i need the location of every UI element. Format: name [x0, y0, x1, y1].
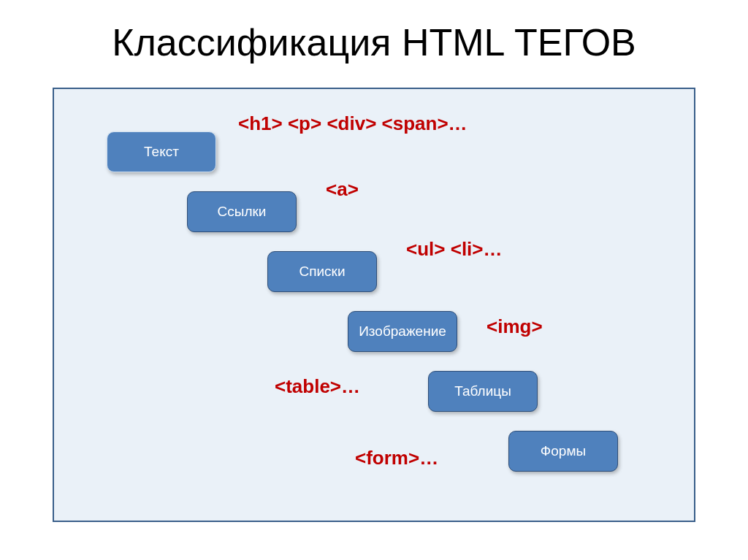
step-label: Изображение [359, 324, 446, 340]
step-label: Списки [299, 264, 345, 280]
slide: Классификация HTML ТЕГОВ Текст Ссылки Сп… [0, 0, 748, 560]
step-label: Ссылки [218, 204, 267, 220]
diagram-panel: Текст Ссылки Списки Изображение Таблицы … [53, 88, 695, 522]
tags-lists: <ul> <li>… [406, 238, 503, 261]
tags-tables: <table>… [275, 375, 360, 398]
step-label: Формы [541, 444, 586, 459]
tags-image: <img> [486, 315, 543, 338]
step-lists: Списки [267, 251, 377, 292]
slide-title: Классификация HTML ТЕГОВ [0, 20, 748, 64]
step-forms: Формы [508, 431, 618, 472]
step-tables: Таблицы [428, 371, 538, 412]
tags-text: <h1> <p> <div> <span>… [238, 112, 468, 135]
step-text: Текст [107, 131, 216, 172]
step-image: Изображение [348, 311, 457, 352]
tags-forms: <form>… [355, 447, 438, 469]
tags-links: <a> [326, 178, 359, 201]
step-links: Ссылки [187, 191, 297, 232]
step-label: Текст [144, 145, 179, 160]
step-label: Таблицы [454, 384, 511, 399]
